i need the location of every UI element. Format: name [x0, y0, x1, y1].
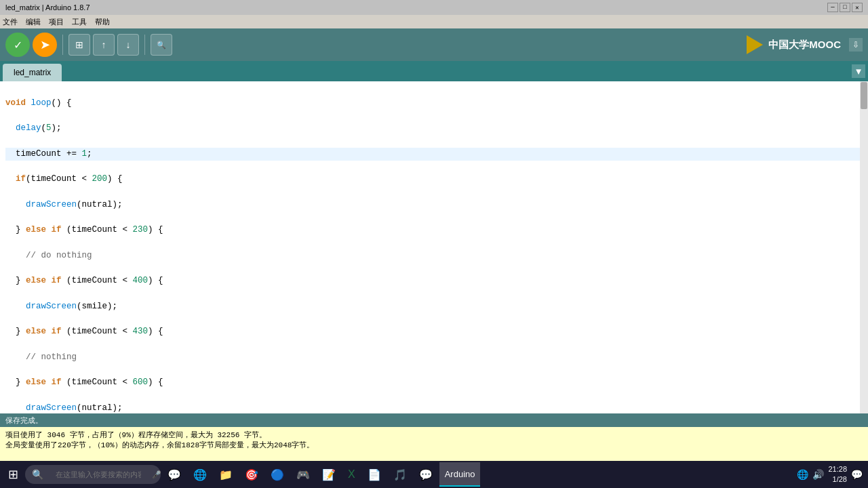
- taskbar-time: 21:28: [828, 464, 847, 474]
- editor-scrollbar-thumb[interactable]: [861, 82, 867, 109]
- taskbar-notification-icon[interactable]: 💬: [851, 469, 863, 480]
- code-line-6: } else if (timeCount < 230) {: [5, 224, 863, 237]
- taskbar-app5[interactable]: 📄: [362, 462, 387, 487]
- taskbar-app6[interactable]: 🎵: [388, 462, 412, 487]
- taskbar-app1[interactable]: 🎯: [239, 462, 264, 487]
- save-button[interactable]: ↓: [117, 34, 139, 56]
- taskbar-excel[interactable]: X: [342, 462, 361, 487]
- editor-status-bar: 保存完成。: [0, 413, 868, 427]
- console-line-1: 项目使用了 3046 字节，占用了（9%）程序存储空间，最大为 32256 字节…: [5, 430, 863, 440]
- maximize-button[interactable]: □: [840, 3, 850, 12]
- open-button[interactable]: ↑: [93, 34, 115, 56]
- mooc-text: 中国大学MOOC: [768, 39, 841, 52]
- taskbar-arduino-active[interactable]: Arduino: [439, 462, 481, 487]
- menu-file[interactable]: 文件: [3, 17, 18, 27]
- start-button[interactable]: ⊞: [3, 462, 24, 487]
- code-line-4: if(timeCount < 200) {: [5, 173, 863, 186]
- taskbar-right-area: 🌐 🔊 21:28 1/28 💬: [797, 464, 865, 485]
- window-controls[interactable]: ─ □ ✕: [827, 3, 863, 12]
- menu-help[interactable]: 帮助: [95, 17, 110, 27]
- tab-led-matrix[interactable]: led_matrix: [3, 64, 62, 81]
- editor-status-text: 保存完成。: [5, 415, 43, 426]
- code-line-1: void loop() {: [5, 97, 863, 110]
- editor-scrollbar[interactable]: [860, 81, 868, 413]
- toolbar-separator-1: [62, 35, 63, 55]
- minimize-button[interactable]: ─: [827, 3, 838, 12]
- serial-monitor-button[interactable]: 🔍: [151, 34, 172, 56]
- code-line-13: drawScreen(nutral);: [5, 402, 863, 413]
- code-line-2: delay(5);: [5, 122, 863, 135]
- mooc-logo: 中国大学MOOC: [747, 35, 841, 54]
- window-title: led_matrix | Arduino 1.8.7: [5, 3, 90, 12]
- editor-content: void loop() { delay(5); timeCount += 1; …: [0, 81, 868, 413]
- code-line-5: drawScreen(nutral);: [5, 199, 863, 211]
- toolbar-separator-2: [144, 35, 145, 55]
- svg-marker-0: [747, 35, 763, 54]
- toolbar: ✓ ➤ ⊞ ↑ ↓ 🔍 中国大学MOOC ⇩: [0, 28, 868, 61]
- console-line-2: 全局变量使用了220字节，（10%）的动态内存，余留1828字节局部变量，最大为…: [5, 440, 863, 450]
- code-line-7: // do nothing: [5, 249, 863, 262]
- voice-icon: 🎤: [152, 470, 161, 479]
- taskbar-search-bar[interactable]: 🔍 🎤: [25, 465, 161, 484]
- code-line-8: } else if (timeCount < 400) {: [5, 274, 863, 287]
- menu-edit[interactable]: 编辑: [26, 17, 41, 27]
- code-line-9: drawScreen(smile);: [5, 300, 863, 313]
- taskbar-edge[interactable]: 🌐: [188, 462, 212, 487]
- taskbar-date: 1/28: [828, 474, 847, 485]
- mooc-play-icon: [747, 35, 766, 54]
- taskbar-clock[interactable]: 21:28 1/28: [828, 464, 847, 485]
- menu-tools[interactable]: 工具: [72, 17, 87, 27]
- close-button[interactable]: ✕: [852, 3, 863, 12]
- taskbar-network-icon: 🌐: [797, 469, 808, 480]
- taskbar-app4[interactable]: 📝: [317, 462, 341, 487]
- taskbar-cortana[interactable]: 💬: [162, 462, 186, 487]
- taskbar: ⊞ 🔍 🎤 💬 🌐 📁 🎯 🔵 🎮 📝 X 📄 🎵 💬 Arduino 🌐 🔊 …: [0, 461, 868, 488]
- code-line-3: timeCount += 1;: [5, 148, 863, 161]
- title-bar: led_matrix | Arduino 1.8.7 ─ □ ✕: [0, 0, 868, 15]
- code-line-10: } else if (timeCount < 430) {: [5, 325, 863, 338]
- tab-label: led_matrix: [14, 68, 51, 77]
- search-icon: 🔍: [32, 469, 43, 481]
- code-line-11: // nothing: [5, 351, 863, 364]
- upload-button[interactable]: ➤: [33, 33, 57, 57]
- toolbar-expand-button[interactable]: ⇩: [849, 38, 863, 52]
- verify-button[interactable]: ✓: [5, 33, 30, 57]
- code-line-12: } else if (timeCount < 600) {: [5, 376, 863, 389]
- taskbar-explorer[interactable]: 📁: [214, 462, 238, 487]
- tab-bar: led_matrix ▼: [0, 61, 868, 81]
- tab-expand-button[interactable]: ▼: [852, 64, 865, 78]
- taskbar-app2[interactable]: 🔵: [265, 462, 290, 487]
- taskbar-volume-icon: 🔊: [812, 469, 824, 480]
- menu-project[interactable]: 项目: [49, 17, 64, 27]
- taskbar-app7[interactable]: 💬: [414, 462, 438, 487]
- new-button[interactable]: ⊞: [68, 34, 90, 56]
- taskbar-app3[interactable]: 🎮: [291, 462, 315, 487]
- editor[interactable]: void loop() { delay(5); timeCount += 1; …: [0, 81, 868, 413]
- menu-bar: 文件 编辑 项目 工具 帮助: [0, 15, 868, 28]
- taskbar-search-input[interactable]: [47, 465, 149, 484]
